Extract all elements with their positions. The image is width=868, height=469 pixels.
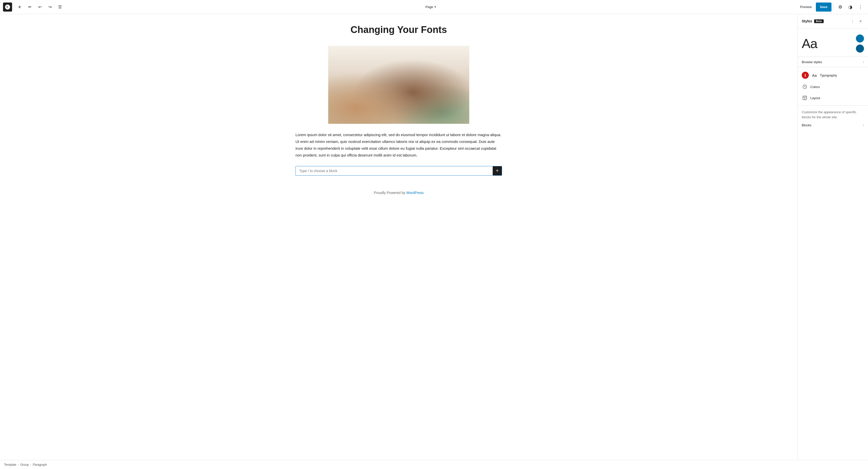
blocks-row[interactable]: Blocks › — [798, 121, 868, 130]
typography-icon: Aa — [811, 72, 817, 78]
redo-icon: ↪ — [49, 4, 52, 9]
list-view-button[interactable]: ☰ — [55, 2, 64, 11]
number-badge: 1 — [802, 72, 809, 79]
style-preview-text: Aa — [802, 36, 817, 51]
style-dot-primary — [856, 34, 864, 42]
beta-badge: Beta — [814, 20, 824, 23]
blocks-label: Blocks — [802, 123, 811, 127]
typography-label: Typography — [820, 73, 837, 77]
preview-button[interactable]: Preview — [797, 3, 815, 10]
breadcrumb-item-paragraph[interactable]: Paragraph — [33, 463, 47, 467]
toolbar-right: Preview Save ⚙ ◑ ⋮ — [797, 2, 865, 11]
featured-image — [328, 46, 469, 124]
block-add-icon: + — [496, 168, 499, 174]
settings-icon: ⚙ — [838, 4, 842, 10]
editor-content: Changing Your Fonts Lorem ipsum dolor si… — [285, 24, 512, 186]
page-dropdown-label: Page — [426, 5, 433, 9]
styles-panel-header: Styles Beta ⋮ ✕ — [798, 14, 868, 28]
undo-button[interactable]: ↩ — [35, 2, 44, 11]
styles-panel-title: Styles — [802, 19, 812, 23]
add-block-button[interactable]: + — [15, 2, 24, 11]
save-button[interactable]: Save — [816, 2, 832, 11]
list-view-icon: ☰ — [58, 4, 62, 9]
redo-button[interactable]: ↪ — [45, 2, 54, 11]
style-preview: Aa — [798, 28, 868, 57]
breadcrumb-item-template[interactable]: Template — [4, 463, 17, 467]
footer-pre-text: Proudly Powered by — [374, 191, 406, 195]
toolbar-center: Page ▾ — [65, 3, 796, 10]
block-add-button[interactable]: + — [493, 166, 502, 175]
styles-more-button[interactable]: ⋮ — [849, 18, 856, 25]
styles-header-right: ⋮ ✕ — [849, 18, 864, 25]
wp-logo — [3, 2, 12, 11]
browse-styles-label: Browse styles — [802, 60, 822, 64]
breadcrumb-item-group[interactable]: Group — [21, 463, 29, 467]
body-text[interactable]: Lorem ipsum dolor sit amet, consectetur … — [296, 131, 502, 159]
breadcrumb-sep-2: › — [30, 463, 31, 467]
layout-label: Layout — [810, 96, 820, 100]
style-options: 1 Aa Typography Colors — [798, 67, 868, 105]
main-area: Changing Your Fonts Lorem ipsum dolor si… — [0, 14, 868, 460]
footer: Proudly Powered by WordPress — [374, 191, 424, 195]
styles-close-button[interactable]: ✕ — [857, 18, 864, 25]
wordpress-icon — [4, 4, 10, 10]
block-input[interactable] — [296, 166, 493, 175]
styles-panel: Styles Beta ⋮ ✕ Aa Browse styles — [798, 14, 868, 460]
colors-row[interactable]: Colors — [798, 81, 868, 92]
layout-icon — [802, 95, 808, 101]
tools-button[interactable]: ✏ — [25, 2, 34, 11]
typography-row[interactable]: 1 Aa Typography — [798, 69, 868, 81]
more-options-button[interactable]: ⋮ — [856, 2, 865, 11]
breadcrumb-bar: Template › Group › Paragraph — [0, 460, 868, 469]
browse-styles-row[interactable]: Browse styles › — [798, 57, 868, 67]
block-input-row: + — [296, 166, 502, 176]
blocks-chevron: › — [863, 123, 864, 127]
toolbar: + ✏ ↩ ↪ ☰ Page ▾ Preview Save ⚙ ◑ ⋮ — [0, 0, 868, 14]
styles-close-icon: ✕ — [859, 20, 862, 23]
undo-icon: ↩ — [38, 4, 41, 9]
pencil-icon: ✏ — [28, 4, 31, 9]
settings-button[interactable]: ⚙ — [836, 2, 845, 11]
styles-header-left: Styles Beta — [802, 19, 824, 23]
plus-icon: + — [18, 4, 22, 10]
footer-link[interactable]: WordPress — [406, 191, 424, 195]
featured-image-inner — [328, 46, 469, 124]
description-text: Customize the appearance of specific blo… — [798, 106, 868, 121]
styles-more-icon: ⋮ — [851, 20, 854, 23]
editor-area: Changing Your Fonts Lorem ipsum dolor si… — [0, 14, 798, 460]
colors-label: Colors — [810, 85, 820, 89]
browse-styles-chevron: › — [863, 60, 864, 64]
more-options-icon: ⋮ — [858, 4, 863, 10]
layout-row[interactable]: Layout — [798, 92, 868, 103]
page-dropdown-button[interactable]: Page ▾ — [423, 3, 438, 10]
style-dot-secondary — [856, 44, 864, 53]
theme-toggle-icon: ◑ — [848, 4, 852, 10]
page-title: Changing Your Fonts — [296, 24, 502, 36]
breadcrumb-sep-1: › — [18, 463, 19, 467]
chevron-down-icon: ▾ — [434, 5, 436, 8]
theme-toggle-button[interactable]: ◑ — [846, 2, 855, 11]
style-preview-dots — [856, 34, 864, 53]
colors-icon — [802, 84, 808, 90]
